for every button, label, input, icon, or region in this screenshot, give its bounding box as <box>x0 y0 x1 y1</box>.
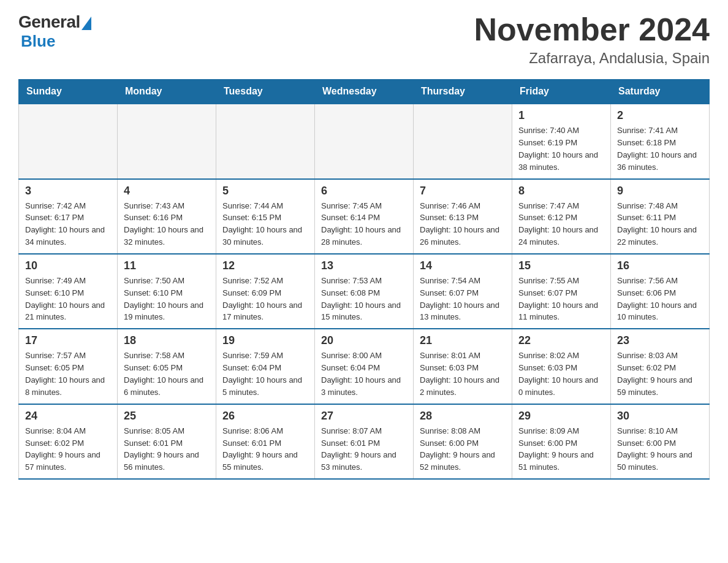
day-number: 15 <box>518 259 604 272</box>
day-number: 1 <box>518 109 604 122</box>
calendar-cell <box>414 104 512 178</box>
day-info: Sunrise: 7:44 AMSunset: 6:15 PMDaylight:… <box>222 201 302 247</box>
day-number: 25 <box>124 410 210 423</box>
calendar-cell: 18Sunrise: 7:58 AMSunset: 6:05 PMDayligh… <box>118 329 216 404</box>
calendar-cell <box>118 104 216 178</box>
week-row: 17Sunrise: 7:57 AMSunset: 6:05 PMDayligh… <box>19 329 710 404</box>
calendar-cell: 25Sunrise: 8:05 AMSunset: 6:01 PMDayligh… <box>118 404 216 479</box>
day-info: Sunrise: 8:02 AMSunset: 6:03 PMDaylight:… <box>518 351 598 397</box>
day-info: Sunrise: 7:40 AMSunset: 6:19 PMDaylight:… <box>518 126 598 172</box>
day-info: Sunrise: 7:48 AMSunset: 6:11 PMDaylight:… <box>617 201 697 247</box>
day-number: 10 <box>25 259 111 272</box>
day-info: Sunrise: 7:56 AMSunset: 6:06 PMDaylight:… <box>617 276 697 322</box>
calendar-cell: 21Sunrise: 8:01 AMSunset: 6:03 PMDayligh… <box>414 329 512 404</box>
day-info: Sunrise: 8:10 AMSunset: 6:00 PMDaylight:… <box>617 426 692 472</box>
week-row: 24Sunrise: 8:04 AMSunset: 6:02 PMDayligh… <box>19 404 710 479</box>
day-number: 3 <box>25 185 111 197</box>
day-of-week-header: Sunday <box>19 80 118 104</box>
day-number: 29 <box>518 410 604 423</box>
day-info: Sunrise: 8:04 AMSunset: 6:02 PMDaylight:… <box>25 426 100 472</box>
calendar-table: SundayMondayTuesdayWednesdayThursdayFrid… <box>18 79 710 480</box>
day-info: Sunrise: 7:50 AMSunset: 6:10 PMDaylight:… <box>124 276 203 322</box>
calendar-cell: 27Sunrise: 8:07 AMSunset: 6:01 PMDayligh… <box>315 404 414 479</box>
day-of-week-header: Tuesday <box>216 80 315 104</box>
day-info: Sunrise: 7:57 AMSunset: 6:05 PMDaylight:… <box>25 351 105 397</box>
calendar-cell <box>315 104 414 178</box>
calendar-cell: 20Sunrise: 8:00 AMSunset: 6:04 PMDayligh… <box>315 329 414 404</box>
calendar-cell: 3Sunrise: 7:42 AMSunset: 6:17 PMDaylight… <box>19 179 118 254</box>
day-number: 7 <box>420 185 506 197</box>
logo-blue-text: Blue <box>21 32 55 51</box>
calendar-cell: 5Sunrise: 7:44 AMSunset: 6:15 PMDaylight… <box>216 179 315 254</box>
calendar-cell: 10Sunrise: 7:49 AMSunset: 6:10 PMDayligh… <box>19 254 118 329</box>
day-number: 23 <box>617 334 703 347</box>
day-info: Sunrise: 7:59 AMSunset: 6:04 PMDaylight:… <box>222 351 302 397</box>
calendar-header-row: SundayMondayTuesdayWednesdayThursdayFrid… <box>19 80 710 104</box>
week-row: 10Sunrise: 7:49 AMSunset: 6:10 PMDayligh… <box>19 254 710 329</box>
calendar-cell: 6Sunrise: 7:45 AMSunset: 6:14 PMDaylight… <box>315 179 414 254</box>
calendar-cell: 23Sunrise: 8:03 AMSunset: 6:02 PMDayligh… <box>611 329 710 404</box>
day-info: Sunrise: 8:03 AMSunset: 6:02 PMDaylight:… <box>617 351 692 397</box>
logo-general-text: General <box>18 12 80 32</box>
day-number: 6 <box>321 185 407 197</box>
day-info: Sunrise: 8:09 AMSunset: 6:00 PMDaylight:… <box>518 426 594 472</box>
day-number: 26 <box>222 410 308 423</box>
logo: General Blue <box>18 12 91 51</box>
day-info: Sunrise: 7:47 AMSunset: 6:12 PMDaylight:… <box>518 201 598 247</box>
day-of-week-header: Saturday <box>611 80 710 104</box>
day-info: Sunrise: 7:46 AMSunset: 6:13 PMDaylight:… <box>420 201 499 247</box>
day-of-week-header: Friday <box>512 80 611 104</box>
day-info: Sunrise: 7:55 AMSunset: 6:07 PMDaylight:… <box>518 276 598 322</box>
day-info: Sunrise: 8:06 AMSunset: 6:01 PMDaylight:… <box>222 426 298 472</box>
day-number: 5 <box>222 185 308 197</box>
calendar-cell: 13Sunrise: 7:53 AMSunset: 6:08 PMDayligh… <box>315 254 414 329</box>
calendar-cell: 17Sunrise: 7:57 AMSunset: 6:05 PMDayligh… <box>19 329 118 404</box>
calendar-cell: 26Sunrise: 8:06 AMSunset: 6:01 PMDayligh… <box>216 404 315 479</box>
calendar-cell: 22Sunrise: 8:02 AMSunset: 6:03 PMDayligh… <box>512 329 611 404</box>
day-info: Sunrise: 8:07 AMSunset: 6:01 PMDaylight:… <box>321 426 396 472</box>
day-info: Sunrise: 7:52 AMSunset: 6:09 PMDaylight:… <box>222 276 302 322</box>
week-row: 3Sunrise: 7:42 AMSunset: 6:17 PMDaylight… <box>19 179 710 254</box>
day-number: 11 <box>124 259 210 272</box>
calendar-cell: 24Sunrise: 8:04 AMSunset: 6:02 PMDayligh… <box>19 404 118 479</box>
calendar-cell: 2Sunrise: 7:41 AMSunset: 6:18 PMDaylight… <box>611 104 710 178</box>
calendar-cell: 9Sunrise: 7:48 AMSunset: 6:11 PMDaylight… <box>611 179 710 254</box>
day-info: Sunrise: 8:05 AMSunset: 6:01 PMDaylight:… <box>124 426 199 472</box>
day-number: 24 <box>25 410 111 423</box>
calendar-cell: 29Sunrise: 8:09 AMSunset: 6:00 PMDayligh… <box>512 404 611 479</box>
calendar-cell: 28Sunrise: 8:08 AMSunset: 6:00 PMDayligh… <box>414 404 512 479</box>
day-number: 18 <box>124 334 210 347</box>
calendar-title: November 2024 <box>474 12 710 47</box>
day-number: 20 <box>321 334 407 347</box>
day-number: 16 <box>617 259 703 272</box>
day-number: 30 <box>617 410 703 423</box>
day-of-week-header: Thursday <box>414 80 512 104</box>
calendar-cell: 7Sunrise: 7:46 AMSunset: 6:13 PMDaylight… <box>414 179 512 254</box>
calendar-cell <box>19 104 118 178</box>
day-info: Sunrise: 7:42 AMSunset: 6:17 PMDaylight:… <box>25 201 105 247</box>
day-info: Sunrise: 7:58 AMSunset: 6:05 PMDaylight:… <box>124 351 203 397</box>
calendar-cell: 4Sunrise: 7:43 AMSunset: 6:16 PMDaylight… <box>118 179 216 254</box>
day-number: 21 <box>420 334 506 347</box>
calendar-cell: 12Sunrise: 7:52 AMSunset: 6:09 PMDayligh… <box>216 254 315 329</box>
calendar-cell: 19Sunrise: 7:59 AMSunset: 6:04 PMDayligh… <box>216 329 315 404</box>
day-info: Sunrise: 7:53 AMSunset: 6:08 PMDaylight:… <box>321 276 401 322</box>
calendar-cell <box>216 104 315 178</box>
day-number: 28 <box>420 410 506 423</box>
calendar-cell: 30Sunrise: 8:10 AMSunset: 6:00 PMDayligh… <box>611 404 710 479</box>
logo-triangle-icon <box>82 17 91 30</box>
title-block: November 2024 Zafarraya, Andalusia, Spai… <box>474 12 710 67</box>
day-of-week-header: Wednesday <box>315 80 414 104</box>
day-info: Sunrise: 8:01 AMSunset: 6:03 PMDaylight:… <box>420 351 499 397</box>
day-info: Sunrise: 7:43 AMSunset: 6:16 PMDaylight:… <box>124 201 203 247</box>
day-number: 8 <box>518 185 604 197</box>
day-info: Sunrise: 8:08 AMSunset: 6:00 PMDaylight:… <box>420 426 495 472</box>
day-info: Sunrise: 7:54 AMSunset: 6:07 PMDaylight:… <box>420 276 499 322</box>
day-number: 17 <box>25 334 111 347</box>
day-number: 2 <box>617 109 703 122</box>
day-number: 4 <box>124 185 210 197</box>
week-row: 1Sunrise: 7:40 AMSunset: 6:19 PMDaylight… <box>19 104 710 178</box>
calendar-subtitle: Zafarraya, Andalusia, Spain <box>474 50 710 67</box>
calendar-cell: 1Sunrise: 7:40 AMSunset: 6:19 PMDaylight… <box>512 104 611 178</box>
calendar-cell: 16Sunrise: 7:56 AMSunset: 6:06 PMDayligh… <box>611 254 710 329</box>
